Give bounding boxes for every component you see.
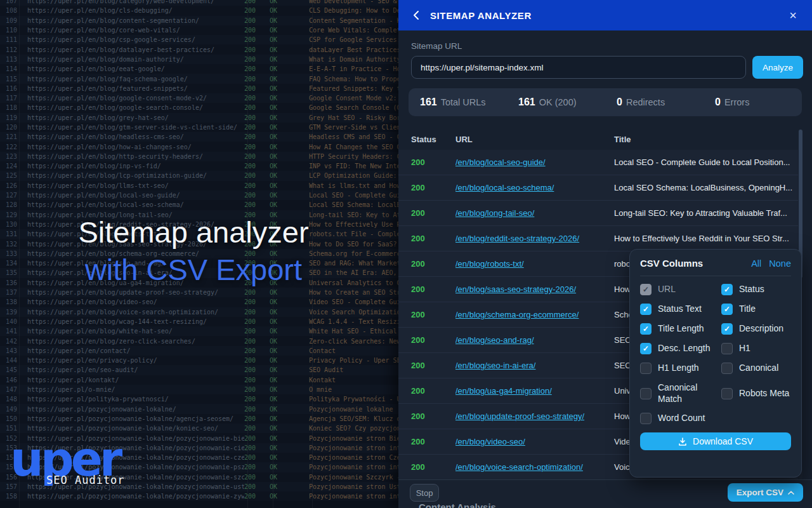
bg-row-status-text: OK: [270, 309, 309, 316]
select-none-link[interactable]: None: [769, 258, 791, 269]
checkbox-checked-icon: ✓: [721, 304, 733, 315]
csv-column-checkbox-status-text[interactable]: ✓Status Text: [640, 304, 717, 315]
panel-header: SITEMAP ANALYZER ×: [398, 0, 812, 30]
checkbox-checked-icon: ✓: [640, 304, 652, 315]
panel-footer: Stop Export CSV Content Analysis: [398, 479, 812, 508]
row-url-link[interactable]: /en/blog/seo-and-rag/: [455, 335, 614, 345]
select-all-link[interactable]: All: [751, 258, 761, 269]
csv-column-checkbox-title-length[interactable]: ✓Title Length: [640, 323, 717, 335]
row-url-link[interactable]: /en/blog/local-seo-guide/: [455, 157, 614, 167]
bg-row-status-text: OK: [270, 366, 309, 373]
csv-column-checkbox-canonical[interactable]: Canonical: [721, 363, 791, 374]
download-csv-button[interactable]: Download CSV: [640, 432, 791, 450]
bg-row-status: 200: [244, 464, 270, 471]
bg-row-number: 135: [0, 269, 19, 276]
bg-row-number: 125: [0, 172, 19, 179]
bg-row-status: 200: [244, 133, 270, 140]
bg-row-number: 116: [0, 85, 19, 92]
row-url-link[interactable]: /en/blog/local-seo-schema/: [455, 183, 614, 192]
bg-row-status-text: OK: [270, 435, 309, 442]
bg-row-url: https://uper.pl/polityka-prywatnosci/: [19, 396, 244, 403]
bg-row-status: 200: [244, 201, 270, 208]
csv-column-checkbox-h1[interactable]: H1: [721, 343, 791, 354]
bg-row-status-text: OK: [270, 133, 309, 140]
csv-column-checkbox-description[interactable]: ✓Description: [721, 323, 791, 335]
csv-columns-grid: ✓URL✓Status✓Status Text✓Title✓Title Leng…: [640, 284, 791, 424]
row-status: 200: [398, 462, 455, 472]
row-url-link[interactable]: /en/blog/long-tail-seo/: [455, 208, 614, 218]
bg-row-status: 200: [244, 289, 270, 296]
bg-row-number: 138: [0, 298, 19, 305]
checkbox-label: Title: [739, 304, 756, 315]
bg-row-number: 115: [0, 76, 19, 83]
row-url-link[interactable]: /en/blog/saas-seo-strategy-2026/: [455, 284, 614, 294]
row-url-link[interactable]: /en/blog/video-seo/: [455, 437, 614, 446]
bg-row-status-text: OK: [270, 201, 309, 208]
bg-row-status-text: OK: [270, 357, 309, 364]
bg-row-status-text: OK: [270, 396, 309, 403]
bg-row-status-text: OK: [270, 221, 309, 228]
checkbox-label: Status Text: [658, 304, 702, 315]
checkbox-label: Description: [739, 323, 783, 335]
row-url-link[interactable]: /en/blog/voice-search-optimization/: [455, 462, 614, 472]
stat-item: 0Redirects: [605, 97, 704, 108]
bg-row-status-text: OK: [270, 454, 309, 461]
row-url-link[interactable]: /en/blog/robots-txt/: [455, 259, 614, 269]
popup-divider: [640, 276, 791, 276]
bg-row-status-text: OK: [270, 386, 309, 393]
csv-column-checkbox-desc-length[interactable]: ✓Desc. Length: [640, 343, 717, 354]
csv-column-checkbox-url[interactable]: ✓URL: [640, 284, 717, 295]
csv-column-checkbox-status[interactable]: ✓Status: [721, 284, 791, 295]
sitemap-url-input[interactable]: [411, 56, 746, 79]
row-url-link[interactable]: /en/blog/update-proof-seo-strategy/: [455, 411, 614, 421]
bg-row-status: 200: [244, 76, 270, 83]
export-csv-button[interactable]: Export CSV: [728, 483, 803, 502]
csv-column-checkbox-title[interactable]: ✓Title: [721, 304, 791, 315]
row-url-link[interactable]: /en/blog/ua-ga4-migration/: [455, 386, 614, 396]
bg-row-url: https://uper.pl/en/blog/grey-hat-seo/: [19, 114, 244, 121]
row-title: Local SEO - Complete Guide to Local Posi…: [614, 157, 798, 167]
bg-row-status: 200: [244, 493, 270, 500]
bg-row-status-text: OK: [270, 144, 309, 150]
csv-column-checkbox-robots-meta[interactable]: Robots Meta: [721, 382, 791, 404]
bg-row-status: 200: [244, 0, 270, 4]
bg-row-status: 200: [244, 231, 270, 237]
row-status: 200: [398, 437, 455, 446]
stop-button[interactable]: Stop: [410, 484, 439, 502]
checkbox-unchecked-icon: [721, 343, 733, 354]
bg-row-number: 128: [0, 201, 19, 208]
close-icon[interactable]: ×: [785, 8, 801, 23]
checkbox-unchecked-icon: [721, 388, 733, 399]
bg-row-url: https://uper.pl/en/blog/domain-authority…: [19, 56, 244, 63]
bg-row-status: 200: [244, 406, 270, 413]
bg-row-status: 200: [244, 444, 270, 451]
bg-row-url: https://uper.pl/en/blog/white-hat-seo/: [19, 328, 244, 335]
bg-row-status: 200: [244, 114, 270, 121]
csv-column-checkbox-canonical-match[interactable]: Canonical Match: [640, 382, 717, 404]
bg-row-url: https://uper.pl/en/blog/reddit-seo-strat…: [19, 221, 244, 228]
bg-row-number: 107: [0, 0, 19, 4]
bg-row-url: https://uper.pl/en/blog/datalayer-best-p…: [19, 46, 244, 53]
bg-row-status-text: OK: [270, 65, 309, 72]
bg-row-url: https://uper.pl/pozycjonowanie-lokalne/: [19, 406, 244, 413]
csv-column-checkbox-h1-length[interactable]: H1 Length: [640, 363, 717, 374]
csv-column-checkbox-word-count[interactable]: Word Count: [640, 413, 717, 424]
row-url-link[interactable]: /en/blog/schema-org-ecommerce/: [455, 310, 614, 319]
row-url-link[interactable]: /en/blog/reddit-seo-strategy-2026/: [455, 234, 614, 243]
row-url-link[interactable]: /en/blog/seo-in-ai-era/: [455, 361, 614, 370]
bg-row-url: https://uper.pl/kontakt/: [19, 377, 244, 384]
bg-row-status: 200: [244, 85, 270, 92]
row-status: 200: [398, 310, 455, 319]
bg-row-number: 150: [0, 415, 19, 422]
bg-row-url: https://uper.pl/en/blog/google-search-co…: [19, 104, 244, 111]
bg-row-status: 200: [244, 435, 270, 442]
back-chevron-icon[interactable]: [410, 9, 422, 22]
bg-row-number: 112: [0, 46, 19, 53]
table-row: 200/en/blog/local-seo-guide/Local SEO - …: [398, 150, 798, 175]
column-header-status: Status: [398, 135, 455, 144]
analyze-button[interactable]: Analyze: [752, 56, 803, 79]
checkbox-checked-icon: ✓: [721, 323, 733, 335]
bg-row-status-text: OK: [270, 415, 309, 422]
bg-row-status: 200: [244, 124, 270, 131]
bg-row-status: 200: [244, 241, 270, 248]
